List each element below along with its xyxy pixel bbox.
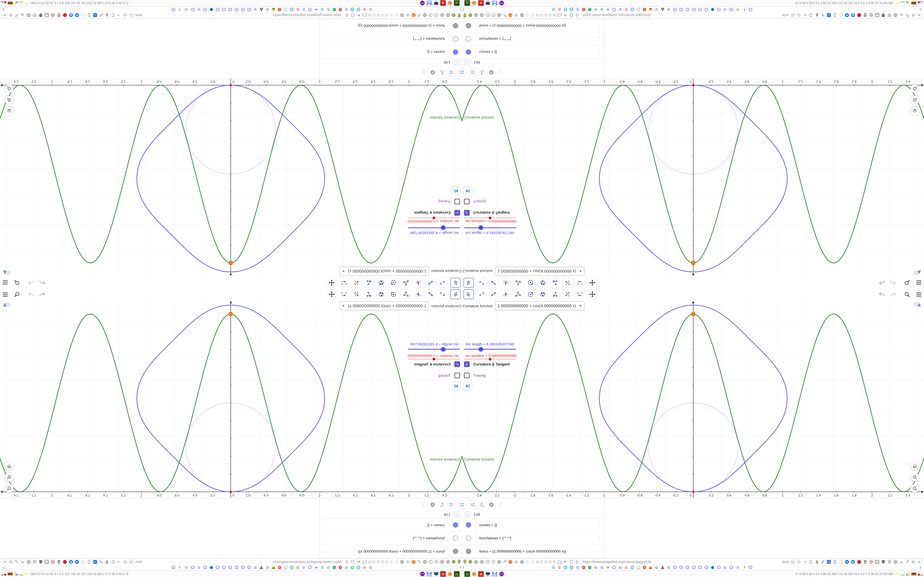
f-red-favicon[interactable]: f: [178, 8, 182, 12]
home-icon[interactable]: [5, 107, 13, 115]
page-zoom-level[interactable]: 81%: [135, 560, 142, 564]
octagram-favicon[interactable]: [308, 565, 312, 570]
arc-position-slider-handle[interactable]: [433, 216, 435, 219]
trash-icon[interactable]: [863, 559, 867, 564]
curvature-tangent-checkbox[interactable]: ✓: [464, 361, 470, 367]
colored-globe-icon[interactable]: [50, 13, 55, 18]
move-tool[interactable]: [464, 278, 474, 288]
gear-favicon[interactable]: ⚙: [514, 559, 519, 564]
octagram-favicon[interactable]: [673, 565, 677, 570]
octagram-favicon[interactable]: [612, 7, 616, 12]
gear-ext-icon[interactable]: ⚙: [911, 559, 916, 564]
globe-favicon[interactable]: [446, 559, 451, 564]
collapse-group-button[interactable]: −: [465, 512, 470, 517]
f-red-favicon[interactable]: f: [178, 566, 182, 570]
redo-icon[interactable]: [27, 292, 35, 298]
yandex-favicon[interactable]: Я: [338, 566, 342, 570]
ghost-tab[interactable]: [530, 13, 535, 18]
graphics-view[interactable]: -2.4-2.2-2-1.8-1.6-1.4-1.2-1-0.8-0.6-0.4…: [462, 79, 924, 277]
url-text[interactable]: https://www.geogebra.org/classic/aagcxh3…: [583, 13, 651, 17]
tracing-checkbox[interactable]: [454, 199, 460, 205]
olive-favicon[interactable]: [468, 13, 473, 18]
info-favicon[interactable]: i: [284, 566, 288, 570]
function-fx-icon[interactable]: ƒx: [478, 68, 486, 76]
floppy-app-icon[interactable]: 64: [492, 571, 498, 577]
octagram-favicon[interactable]: [171, 7, 176, 12]
google-favicon[interactable]: G: [265, 8, 270, 12]
wikipedia-favicon[interactable]: W: [606, 566, 610, 570]
google-favicon[interactable]: G: [618, 8, 622, 12]
algebra-row-funcnames[interactable]: funcNames = {"" ""} ⋮: [462, 532, 604, 545]
dropdown-caret-icon[interactable]: ▼: [579, 304, 582, 308]
move-tool[interactable]: [464, 289, 474, 299]
row-menu-icon[interactable]: ⋮: [597, 32, 601, 45]
octagram-favicon[interactable]: [247, 565, 251, 570]
octagram-favicon[interactable]: [308, 7, 312, 12]
shield-icon[interactable]: [350, 559, 355, 564]
visibility-marble[interactable]: [466, 522, 471, 527]
polygon-tool[interactable]: [513, 278, 523, 288]
ring-icon[interactable]: [372, 560, 376, 564]
undo-icon[interactable]: [878, 280, 885, 286]
oval-ext-icon[interactable]: [87, 13, 92, 18]
lock-icon[interactable]: [344, 13, 349, 18]
curvature-function-input[interactable]: 1.000000000000 + cos(4.000000000000 x) ▼: [339, 267, 428, 276]
pin-favicon[interactable]: [457, 559, 462, 564]
google-favicon[interactable]: G: [594, 566, 598, 570]
globe-favicon[interactable]: [473, 559, 478, 564]
floppy-app-icon[interactable]: 64: [426, 571, 432, 577]
ring-favicon[interactable]: [630, 566, 635, 570]
gauge-favicon[interactable]: [485, 13, 490, 18]
octagram-favicon[interactable]: [704, 7, 709, 12]
visibility-marble[interactable]: [453, 549, 458, 554]
shield-icon[interactable]: [350, 13, 355, 18]
visibility-marble[interactable]: [466, 549, 471, 554]
point-tool[interactable]: A: [438, 289, 448, 299]
dot-circle-icon[interactable]: [385, 560, 388, 564]
collapse-group-button[interactable]: −: [465, 60, 470, 65]
conic-tool[interactable]: [376, 289, 386, 299]
octagram-favicon[interactable]: [228, 565, 233, 570]
wikipedia-favicon[interactable]: W: [606, 8, 610, 12]
google-favicon[interactable]: G: [368, 566, 373, 570]
gear-favicon[interactable]: ⚙: [405, 13, 410, 18]
gear-dots-icon[interactable]: [838, 13, 843, 18]
translate-mini-icon[interactable]: A: [129, 559, 134, 564]
redo-icon[interactable]: [889, 292, 897, 298]
google-favicon[interactable]: G: [253, 8, 257, 12]
octagram-favicon[interactable]: [679, 7, 683, 12]
translate-ext-icon[interactable]: A: [826, 13, 831, 18]
google-favicon[interactable]: G: [551, 8, 556, 12]
triangle-favicon[interactable]: [661, 566, 665, 570]
dot-circle-icon[interactable]: [553, 14, 556, 17]
url-text[interactable]: https://www.geogebra.org/classic/aagcxh3…: [583, 560, 651, 564]
zoom-out-icon[interactable]: [5, 84, 13, 93]
menu-icon[interactable]: [2, 292, 8, 297]
reflect-tool[interactable]: [351, 278, 362, 288]
octagram-favicon[interactable]: [685, 565, 690, 570]
curvature-tangent-checkbox[interactable]: ✓: [464, 210, 470, 216]
undo-icon[interactable]: [878, 292, 885, 298]
plus-circle-icon[interactable]: [845, 559, 850, 564]
collapse-group-button[interactable]: −: [454, 512, 459, 517]
monitor-app-icon[interactable]: [433, 0, 439, 6]
visibility-marble[interactable]: [453, 535, 458, 541]
pin-favicon[interactable]: [462, 559, 467, 564]
triangle-favicon[interactable]: [661, 8, 665, 12]
zoom-in-icon[interactable]: [911, 473, 919, 481]
octagram-favicon[interactable]: [234, 7, 239, 12]
perpendicular-line-tool[interactable]: [413, 278, 423, 288]
perpendicular-line-tool[interactable]: [501, 278, 511, 288]
gear-favicon[interactable]: ⚙: [405, 559, 410, 564]
colored-globe-icon[interactable]: [50, 559, 55, 564]
ghost-tab[interactable]: [525, 560, 530, 564]
google-favicon[interactable]: G: [575, 566, 580, 570]
folder-icon[interactable]: [557, 559, 562, 564]
gray-shield-icon[interactable]: [887, 559, 892, 564]
curvature-tangent-checkbox[interactable]: ✓: [454, 210, 460, 216]
octagram-favicon[interactable]: [241, 565, 245, 570]
angle-tool[interactable]: α: [550, 289, 561, 299]
arc-position-slider-handle[interactable]: [489, 358, 491, 361]
terminal-app-icon[interactable]: ▤: [454, 571, 460, 577]
download-icon[interactable]: [105, 13, 110, 18]
